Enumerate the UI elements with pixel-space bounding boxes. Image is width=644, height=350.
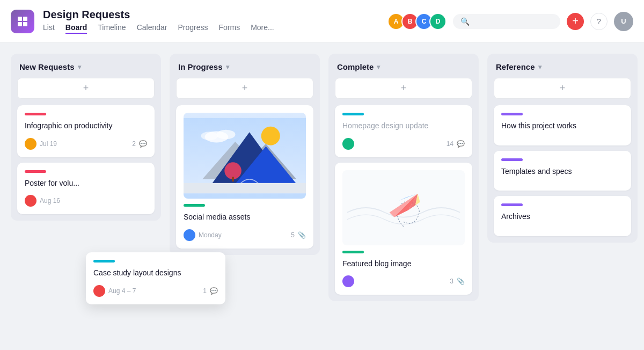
card-title: Homepage design update [342, 121, 465, 132]
header-right: A B C D 🔍 + ? U [387, 12, 633, 31]
tab-forms[interactable]: Forms [219, 23, 240, 34]
chevron-down-icon: ▾ [538, 63, 541, 71]
nav-tabs: List Board Timeline Calendar Progress Fo… [43, 23, 379, 34]
card-featured-blog[interactable]: Featured blog image 3 📎 [335, 163, 472, 295]
svg-rect-0 [18, 17, 22, 21]
card-footer: Jul 19 2 💬 [25, 138, 147, 150]
search-icon: 🔍 [460, 17, 470, 26]
svg-point-6 [216, 130, 235, 140]
card-footer: Aug 16 [25, 195, 147, 207]
card-tag [342, 113, 364, 115]
avatar [93, 285, 105, 297]
card-tag [93, 260, 115, 262]
card-meta: 5 📎 [291, 231, 306, 239]
card-footer: 3 📎 [342, 275, 465, 287]
card-social-media[interactable]: Social media assets Monday 5 📎 [176, 105, 313, 249]
svg-rect-1 [23, 17, 27, 21]
avatar [184, 229, 195, 241]
card-tag [501, 158, 523, 161]
svg-rect-2 [18, 22, 22, 26]
card-poster[interactable]: Poster for volu... Aug 16 [17, 163, 155, 215]
svg-rect-15 [184, 183, 306, 193]
card-image [342, 170, 465, 245]
column-title-new-requests: New Requests ▾ [19, 62, 81, 71]
card-title: Templates and specs [501, 166, 624, 177]
tab-calendar[interactable]: Calendar [137, 23, 167, 34]
card-templates-specs[interactable]: Templates and specs [494, 151, 631, 191]
card-how-project-works[interactable]: How this project works [494, 105, 631, 145]
column-header-reference: Reference ▾ [487, 54, 638, 78]
card-footer: 14 💬 [342, 138, 465, 150]
chevron-down-icon: ▾ [377, 63, 380, 71]
cards-complete: Homepage design update 14 💬 [328, 105, 479, 301]
card-date [342, 138, 354, 150]
column-title-in-progress: In Progress ▾ [178, 62, 229, 71]
popup-card-case-study[interactable]: Case study layout designs Aug 4 – 7 1 💬 [86, 252, 225, 304]
attachment-icon: 📎 [298, 231, 306, 239]
comment-icon: 💬 [139, 140, 147, 148]
comment-icon: 💬 [210, 287, 218, 295]
search-input[interactable] [473, 17, 553, 26]
card-title: Poster for volu... [25, 178, 147, 189]
card-title: Archives [501, 212, 624, 222]
svg-rect-14 [232, 177, 234, 181]
avatar: D [429, 13, 447, 30]
card-homepage[interactable]: Homepage design update 14 💬 [335, 105, 472, 157]
card-infographic[interactable]: Infographic on productivity Jul 19 2 💬 [17, 105, 155, 157]
comment-icon: 💬 [457, 140, 465, 148]
card-meta: 1 💬 [203, 287, 218, 295]
card-date: Aug 4 – 7 [93, 285, 136, 297]
column-complete: Complete ▾ + Homepage design update 14 💬 [328, 54, 479, 301]
card-footer: Monday 5 📎 [184, 229, 306, 241]
column-in-progress: In Progress ▾ + [170, 54, 320, 255]
app-header: Design Requests List Board Timeline Cale… [0, 0, 644, 43]
add-button[interactable]: + [567, 13, 584, 30]
tab-list[interactable]: List [43, 23, 55, 34]
add-card-complete[interactable]: + [335, 78, 472, 99]
tab-more[interactable]: More... [251, 23, 274, 34]
card-meta: 2 💬 [132, 140, 147, 148]
column-title-reference: Reference ▾ [496, 62, 541, 71]
avatar [25, 138, 36, 150]
cards-in-progress: Social media assets Monday 5 📎 [170, 105, 320, 255]
tab-board[interactable]: Board [65, 23, 87, 34]
team-avatars: A B C D [387, 13, 447, 30]
column-header-new-requests: New Requests ▾ [11, 54, 161, 78]
add-card-new-requests[interactable]: + [17, 78, 155, 99]
card-tag [501, 113, 523, 115]
card-date: Jul 19 [25, 138, 57, 150]
help-button[interactable]: ? [590, 13, 608, 30]
column-reference: Reference ▾ + How this project works Tem… [487, 54, 638, 243]
tab-timeline[interactable]: Timeline [98, 23, 126, 34]
column-header-in-progress: In Progress ▾ [170, 54, 320, 78]
tab-progress[interactable]: Progress [178, 23, 208, 34]
avatar [342, 275, 354, 287]
user-avatar[interactable]: U [614, 12, 633, 31]
add-card-in-progress[interactable]: + [176, 78, 313, 99]
card-tag [184, 204, 205, 207]
card-tag [501, 203, 523, 206]
card-archives[interactable]: Archives [494, 196, 631, 236]
app-icon [11, 10, 34, 33]
cards-new-requests: Infographic on productivity Jul 19 2 💬 P… [11, 105, 161, 221]
card-meta: 3 📎 [450, 278, 465, 285]
card-title: How this project works [501, 121, 624, 132]
add-card-reference[interactable]: + [494, 78, 631, 99]
attachment-icon: 📎 [457, 278, 465, 285]
card-footer: Aug 4 – 7 1 💬 [93, 285, 218, 297]
search-bar[interactable]: 🔍 [453, 14, 560, 29]
card-title: Case study layout designs [93, 268, 218, 279]
cards-reference: How this project works Templates and spe… [487, 105, 638, 243]
svg-point-13 [224, 162, 241, 179]
avatar [342, 138, 354, 150]
card-date: Aug 16 [25, 195, 60, 207]
card-title: Featured blog image [342, 259, 465, 269]
card-title: Infographic on productivity [25, 121, 147, 132]
project-info: Design Requests List Board Timeline Cale… [43, 9, 379, 34]
card-date [342, 275, 354, 287]
card-image [184, 113, 306, 199]
column-header-complete: Complete ▾ [328, 54, 479, 78]
column-new-requests: New Requests ▾ + Infographic on producti… [11, 54, 161, 221]
card-tag [342, 251, 364, 253]
avatar [25, 195, 36, 207]
